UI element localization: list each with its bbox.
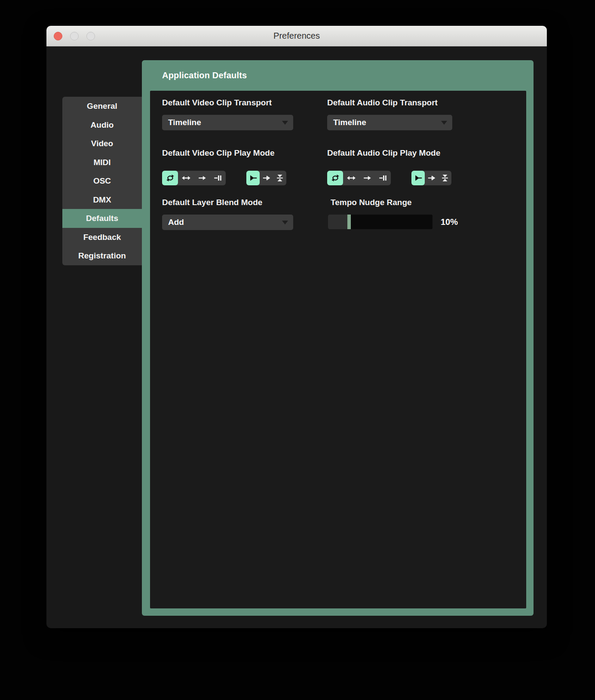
- chevron-down-icon: [441, 121, 447, 125]
- slider-handle[interactable]: [347, 215, 351, 229]
- audio-pass-marker-button[interactable]: [425, 171, 438, 185]
- audio-play-forward-button[interactable]: [359, 171, 375, 185]
- audio-loop-button[interactable]: [327, 171, 343, 185]
- chevron-down-icon: [282, 221, 288, 224]
- loop-icon: [331, 173, 340, 183]
- audio-flag-hold-button[interactable]: [411, 171, 425, 185]
- video-pass-marker-button[interactable]: [260, 171, 273, 185]
- play-to-end-pause-icon: [213, 173, 223, 183]
- close-button[interactable]: [54, 32, 62, 40]
- pass-marker-icon: [427, 173, 436, 183]
- audio-play-mode-label: Default Audio Clip Play Mode: [327, 148, 440, 158]
- panel-title: Application Defaults: [162, 71, 247, 80]
- blend-mode-dropdown[interactable]: Add: [162, 215, 293, 230]
- meet-triangles-icon: [440, 173, 450, 183]
- audio-transport-label: Default Audio Clip Transport: [327, 98, 438, 107]
- sidebar-item-video[interactable]: Video: [62, 134, 142, 153]
- pass-marker-icon: [262, 173, 271, 183]
- pingpong-icon: [347, 173, 356, 183]
- play-forward-icon: [197, 173, 207, 183]
- sidebar-item-defaults[interactable]: Defaults: [62, 209, 142, 228]
- audio-pingpong-button[interactable]: [343, 171, 359, 185]
- video-transport-label: Default Video Clip Transport: [162, 98, 272, 107]
- audio-transport-dropdown[interactable]: Timeline: [327, 115, 452, 130]
- video-end-mode-group: [246, 171, 286, 185]
- zoom-button[interactable]: [86, 32, 95, 40]
- audio-loop-mode-group: [327, 171, 391, 185]
- sidebar-item-dmx[interactable]: DMX: [62, 190, 142, 209]
- play-forward-icon: [362, 173, 372, 183]
- slider-empty-track: [351, 215, 432, 229]
- audio-transport-value: Timeline: [333, 118, 366, 127]
- blend-mode-label: Default Layer Blend Mode: [162, 198, 262, 207]
- minimize-button[interactable]: [70, 32, 79, 40]
- audio-end-mode-group: [411, 171, 451, 185]
- video-play-to-end-pause-button[interactable]: [210, 171, 226, 185]
- play-to-end-pause-icon: [378, 173, 388, 183]
- window-title: Preferences: [46, 26, 547, 46]
- video-loop-button[interactable]: [162, 171, 178, 185]
- preferences-sidebar: General Audio Video MIDI OSC DMX Default…: [62, 97, 142, 265]
- flag-hold-icon: [248, 173, 258, 183]
- video-play-forward-button[interactable]: [194, 171, 210, 185]
- video-meet-button[interactable]: [273, 171, 286, 185]
- panel-content: Default Video Clip Transport Default Aud…: [150, 91, 526, 608]
- meet-triangles-icon: [275, 173, 285, 183]
- video-play-mode-label: Default Video Clip Play Mode: [162, 148, 274, 158]
- sidebar-item-feedback[interactable]: Feedback: [62, 228, 142, 247]
- sidebar-item-osc[interactable]: OSC: [62, 172, 142, 190]
- pingpong-icon: [181, 173, 191, 183]
- defaults-panel: Application Defaults Default Video Clip …: [142, 60, 534, 616]
- flag-hold-icon: [414, 173, 423, 183]
- tempo-nudge-value: 10%: [441, 215, 458, 229]
- video-transport-value: Timeline: [168, 118, 201, 127]
- titlebar: Preferences: [46, 26, 547, 46]
- video-flag-hold-button[interactable]: [246, 171, 260, 185]
- video-loop-mode-group: [162, 171, 226, 185]
- tempo-nudge-slider[interactable]: [328, 215, 432, 229]
- sidebar-item-general[interactable]: General: [62, 97, 142, 116]
- video-pingpong-button[interactable]: [178, 171, 194, 185]
- chevron-down-icon: [282, 121, 288, 125]
- loop-icon: [166, 173, 175, 183]
- sidebar-item-audio[interactable]: Audio: [62, 116, 142, 135]
- preferences-window: Preferences General Audio Video MIDI OSC…: [46, 26, 547, 628]
- sidebar-item-midi[interactable]: MIDI: [62, 153, 142, 172]
- audio-play-to-end-pause-button[interactable]: [375, 171, 391, 185]
- tempo-nudge-label: Tempo Nudge Range: [331, 198, 412, 207]
- blend-mode-value: Add: [168, 218, 184, 227]
- audio-meet-button[interactable]: [438, 171, 451, 185]
- sidebar-item-registration[interactable]: Registration: [62, 246, 142, 265]
- video-transport-dropdown[interactable]: Timeline: [162, 115, 293, 130]
- slider-filled-track: [328, 215, 347, 229]
